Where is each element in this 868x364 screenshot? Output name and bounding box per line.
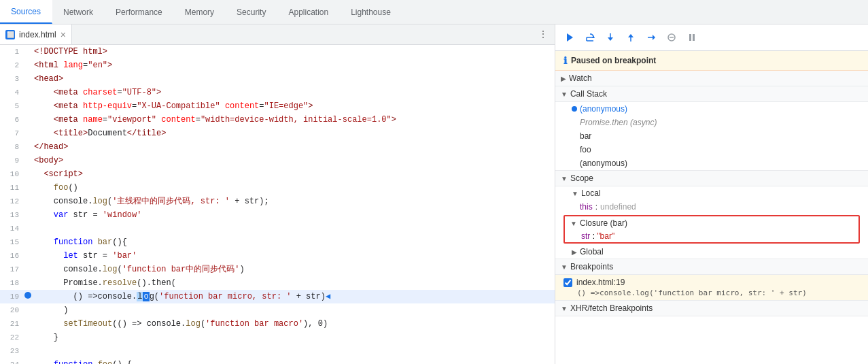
code-line-15: 15 function bar(){ [0,235,555,249]
file-tab-controls: ⋮ [536,24,555,44]
code-line-24: 24 function foo() { [0,358,555,364]
file-tab-index[interactable]: ⬜ index.html × [0,24,72,44]
scope-global-header[interactable]: ▶ Global [555,245,868,259]
svg-rect-13 [689,34,691,41]
call-stack-label: Call Stack [570,89,607,99]
code-line-1: 1 <!DOCTYPE html> [0,45,555,59]
call-stack-item-anonymous-1[interactable]: (anonymous) [555,102,868,116]
resume-button[interactable] [561,29,578,46]
main-container: ⬜ index.html × ⋮ 1 <!DOCTYPE html> 2 <ht… [0,24,868,364]
code-line-17: 17 console.log('function bar中的同步代码') [0,263,555,276]
svg-marker-0 [567,33,573,42]
code-line-2: 2 <html lang="en"> [0,59,555,72]
code-line-22: 22 } [0,331,555,344]
code-line-21: 21 setTimeout(() => console.log('functio… [0,317,555,331]
file-close-button[interactable]: × [60,30,66,39]
closure-box: ▼ Closure (bar) str : "bar" [563,215,860,244]
step-into-button[interactable] [602,29,619,46]
breakpoints-content: index.html:19 () =>console.log('function… [555,275,868,301]
svg-marker-8 [628,34,633,37]
debug-panel: ℹ Paused on breakpoint ▶ Watch ▼ Call St… [555,24,868,364]
active-frame-dot [572,106,577,112]
code-content[interactable]: 1 <!DOCTYPE html> 2 <html lang="en"> 3 <… [0,45,555,364]
call-stack-item-anonymous-2[interactable]: (anonymous) [555,156,868,170]
pause-on-exceptions-button[interactable] [683,29,701,46]
xhr-triangle: ▼ [561,305,568,312]
watch-label: Watch [569,73,592,83]
call-stack-frame-1: (anonymous) [580,104,627,114]
breakpoint-item-1: index.html:19 () =>console.log('function… [555,275,868,300]
code-line-20: 20 ) [0,303,555,317]
scope-triangle: ▼ [561,175,568,182]
code-line-16: 16 let str = 'bar' [0,249,555,263]
scope-closure-str: str : "bar" [565,230,858,242]
code-line-23: 23 [0,344,555,358]
file-icon: ⬜ [5,30,15,39]
global-triangle: ▶ [572,248,577,256]
scope-closure-header[interactable]: ▼ Closure (bar) [565,216,858,230]
call-stack-item-bar[interactable]: bar [555,129,868,143]
code-line-5: 5 <meta http-equiv="X-UA-Compatible" con… [0,99,555,113]
file-tab-name: index.html [19,30,56,39]
svg-rect-14 [693,34,695,41]
tab-application[interactable]: Application [277,0,340,24]
breakpoint-file: index.html:19 [576,278,625,287]
call-stack-section: ▼ Call Stack (anonymous) Promise.then (a… [555,86,868,171]
code-line-18: 18 Promise.resolve().then( [0,276,555,290]
code-line-3: 3 <head> [0,72,555,86]
code-line-11: 11 foo() [0,181,555,195]
deactivate-breakpoints-button[interactable] [663,29,680,46]
info-icon: ℹ [563,55,567,66]
scope-header[interactable]: ▼ Scope [555,171,868,186]
str-prop-value: "bar" [597,231,614,241]
scope-content: ▼ Local this : undefined ▼ Closure (bar) [555,186,868,259]
call-stack-frame-foo: foo [580,145,591,154]
this-prop-name: this [580,202,593,212]
step-over-button[interactable] [581,29,599,46]
call-stack-header[interactable]: ▼ Call Stack [555,86,868,102]
code-line-19: 19 () =>console.log('function bar micro,… [0,290,555,303]
tab-performance[interactable]: Performance [105,0,174,24]
xhr-breakpoints-header[interactable]: ▼ XHR/fetch Breakpoints [555,301,868,316]
breakpoint-checkbox[interactable] [563,278,572,287]
scope-local-this: this : undefined [555,200,868,214]
async-label-text: Promise.then (async) [580,118,657,127]
paused-message: Paused on breakpoint [571,56,656,65]
code-line-4: 4 <meta charset="UTF-8"> [0,86,555,99]
watch-section-header[interactable]: ▶ Watch [555,71,868,86]
code-line-12: 12 console.log('主线程中的同步代码, str: ' + str)… [0,195,555,208]
breakpoints-header[interactable]: ▼ Breakpoints [555,259,868,275]
this-prop-value: undefined [600,202,636,212]
call-stack-content: (anonymous) Promise.then (async) bar foo… [555,102,868,171]
nav-tabs: Sources Network Performance Memory Secur… [0,0,868,24]
local-triangle: ▼ [572,190,578,197]
call-stack-frame-2: (anonymous) [580,159,627,168]
scope-local-header[interactable]: ▼ Local [555,186,868,200]
breakpoints-section: ▼ Breakpoints index.html:19 () =>console… [555,259,868,301]
step-out-button[interactable] [622,29,640,46]
call-stack-frame-bar: bar [580,131,591,141]
tab-security[interactable]: Security [226,0,277,24]
code-panel: ⬜ index.html × ⋮ 1 <!DOCTYPE html> 2 <ht… [0,24,555,364]
tab-memory[interactable]: Memory [174,0,226,24]
debug-toolbar [555,24,868,51]
code-line-9: 9 <body> [0,154,555,167]
call-stack-triangle: ▼ [561,90,568,98]
svg-marker-10 [653,35,655,40]
scope-section: ▼ Scope ▼ Local this : undefined [555,171,868,259]
tab-network[interactable]: Network [52,0,105,24]
breakpoints-label: Breakpoints [570,262,613,271]
step-button[interactable] [642,29,660,46]
tab-lighthouse[interactable]: Lighthouse [340,0,402,24]
paused-banner: ℹ Paused on breakpoint [555,51,868,71]
code-line-7: 7 <title>Document</title> [0,127,555,140]
watch-triangle: ▶ [561,75,566,82]
closure-label: Closure (bar) [580,218,627,228]
call-stack-item-foo[interactable]: foo [555,143,868,156]
scope-label: Scope [570,173,593,183]
debug-sections[interactable]: ▶ Watch ▼ Call Stack (anonymous) Promise… [555,71,868,364]
panel-toggle-button[interactable]: ⋮ [536,27,551,42]
bp-title-row: index.html:19 [563,278,860,287]
breakpoint-code: () =>console.log('function bar micro, st… [563,288,860,297]
tab-sources[interactable]: Sources [0,0,52,24]
